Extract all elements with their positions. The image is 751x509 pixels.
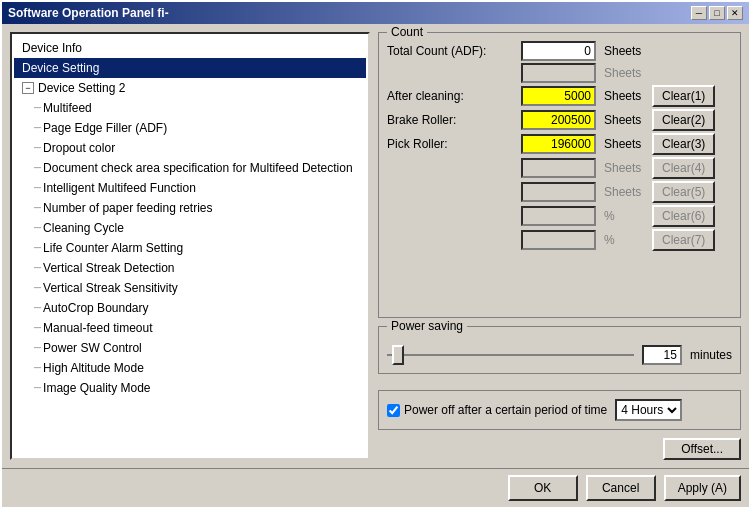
tree-item-document-check[interactable]: ─ Document check area specification for …	[14, 158, 366, 178]
tree-item-label-image-quality: Image Quality Mode	[43, 379, 150, 397]
tree-item-paper-feeding[interactable]: ─ Number of paper feeding retries	[14, 198, 366, 218]
power-off-checkbox[interactable]	[387, 404, 400, 417]
tree-dash: ─	[34, 159, 41, 177]
tree-item-power-sw[interactable]: ─ Power SW Control	[14, 338, 366, 358]
content-area: Device InfoDevice Setting−Device Setting…	[2, 24, 749, 468]
offset-row: Offset...	[378, 438, 741, 460]
count-input-row6	[521, 158, 596, 178]
count-row-row6: SheetsClear(4)	[387, 157, 732, 179]
count-input-row8	[521, 206, 596, 226]
title-bar-text: Software Operation Panel fi-	[8, 6, 169, 20]
clear-btn-pick-roller[interactable]: Clear(3)	[652, 133, 715, 155]
offset-button[interactable]: Offset...	[663, 438, 741, 460]
count-group: Count Total Count (ADF):SheetsSheetsAfte…	[378, 32, 741, 318]
hours-select[interactable]: 1 Hours2 Hours4 Hours8 Hours	[615, 399, 682, 421]
tree-item-device-setting-2[interactable]: −Device Setting 2	[14, 78, 366, 98]
main-window: Software Operation Panel fi- ─ □ ✕ Devic…	[0, 0, 751, 509]
tree-dash: ─	[34, 119, 41, 137]
count-input-brake-roller[interactable]	[521, 110, 596, 130]
tree-item-manual-feed[interactable]: ─ Manual-feed timeout	[14, 318, 366, 338]
tree-dash: ─	[34, 339, 41, 357]
minutes-input[interactable]	[642, 345, 682, 365]
power-saving-legend: Power saving	[387, 319, 467, 333]
tree-item-label-life-counter: Life Counter Alarm Setting	[43, 239, 183, 257]
tree-dash: ─	[34, 359, 41, 377]
count-label-brake-roller: Brake Roller:	[387, 113, 517, 127]
tree-item-label-paper-feeding: Number of paper feeding retries	[43, 199, 212, 217]
count-row-row9: %Clear(7)	[387, 229, 732, 251]
tree-panel: Device InfoDevice Setting−Device Setting…	[10, 32, 370, 460]
tree-dash: ─	[34, 239, 41, 257]
count-label-pick-roller: Pick Roller:	[387, 137, 517, 151]
tree-dash: ─	[34, 179, 41, 197]
tree-item-vertical-streak-detection[interactable]: ─ Vertical Streak Detection	[14, 258, 366, 278]
apply-button[interactable]: Apply (A)	[664, 475, 741, 501]
ok-button[interactable]: OK	[508, 475, 578, 501]
tree-item-label-device-info: Device Info	[22, 39, 82, 57]
cancel-button[interactable]: Cancel	[586, 475, 656, 501]
power-off-label: Power off after a certain period of time	[404, 403, 607, 417]
count-input-row9	[521, 230, 596, 250]
clear-btn-after-cleaning[interactable]: Clear(1)	[652, 85, 715, 107]
tree-item-intelligent-multifeed[interactable]: ─ Intelligent Multifeed Function	[14, 178, 366, 198]
tree-item-label-device-setting-2: Device Setting 2	[38, 79, 125, 97]
minimize-button[interactable]: ─	[691, 6, 707, 20]
count-unit-row8: %	[600, 209, 648, 223]
tree-item-label-vertical-streak-sensitivity: Vertical Streak Sensitivity	[43, 279, 178, 297]
slider-row: minutes	[387, 345, 732, 365]
tree-item-label-manual-feed: Manual-feed timeout	[43, 319, 152, 337]
power-off-checkbox-label[interactable]: Power off after a certain period of time	[387, 403, 607, 417]
count-input-after-cleaning[interactable]	[521, 86, 596, 106]
tree-item-label-vertical-streak-detection: Vertical Streak Detection	[43, 259, 174, 277]
count-row-after-cleaning: After cleaning:SheetsClear(1)	[387, 85, 732, 107]
tree-item-cleaning-cycle[interactable]: ─ Cleaning Cycle	[14, 218, 366, 238]
maximize-button[interactable]: □	[709, 6, 725, 20]
clear-btn-row6: Clear(4)	[652, 157, 715, 179]
tree-item-image-quality[interactable]: ─ Image Quality Mode	[14, 378, 366, 398]
tree-item-vertical-streak-sensitivity[interactable]: ─ Vertical Streak Sensitivity	[14, 278, 366, 298]
tree-item-label-document-check: Document check area specification for Mu…	[43, 159, 353, 177]
window-title: Software Operation Panel fi-	[8, 6, 169, 20]
count-label-after-cleaning: After cleaning:	[387, 89, 517, 103]
count-legend: Count	[387, 25, 427, 39]
title-bar-controls: ─ □ ✕	[691, 6, 743, 20]
minutes-label: minutes	[690, 348, 732, 362]
count-row-row2: Sheets	[387, 63, 732, 83]
clear-btn-brake-roller[interactable]: Clear(2)	[652, 109, 715, 131]
count-input-total-count[interactable]	[521, 41, 596, 61]
slider-line	[387, 354, 634, 356]
tree-item-dropout-color[interactable]: ─ Dropout color	[14, 138, 366, 158]
power-saving-group: Power saving minutes	[378, 326, 741, 374]
count-input-pick-roller[interactable]	[521, 134, 596, 154]
slider-thumb[interactable]	[392, 345, 404, 365]
count-row-brake-roller: Brake Roller:SheetsClear(2)	[387, 109, 732, 131]
expand-icon-device-setting-2[interactable]: −	[22, 82, 34, 94]
tree-dash: ─	[34, 319, 41, 337]
close-button[interactable]: ✕	[727, 6, 743, 20]
tree-item-label-device-setting: Device Setting	[22, 59, 99, 77]
count-unit-brake-roller: Sheets	[600, 113, 648, 127]
tree-item-label-high-altitude: High Altitude Mode	[43, 359, 144, 377]
tree-item-device-info[interactable]: Device Info	[14, 38, 366, 58]
tree-item-high-altitude[interactable]: ─ High Altitude Mode	[14, 358, 366, 378]
tree-item-life-counter[interactable]: ─ Life Counter Alarm Setting	[14, 238, 366, 258]
tree-dash: ─	[34, 199, 41, 217]
tree-item-device-setting[interactable]: Device Setting	[14, 58, 366, 78]
tree-item-label-intelligent-multifeed: Intelligent Multifeed Function	[43, 179, 196, 197]
tree-dash: ─	[34, 139, 41, 157]
clear-btn-row9: Clear(7)	[652, 229, 715, 251]
count-label-total-count: Total Count (ADF):	[387, 44, 517, 58]
tree-dash: ─	[34, 379, 41, 397]
count-unit-total-count: Sheets	[600, 44, 648, 58]
tree-item-label-dropout-color: Dropout color	[43, 139, 115, 157]
power-slider-track[interactable]	[387, 347, 634, 363]
tree-item-page-edge-filler[interactable]: ─ Page Edge Filler (ADF)	[14, 118, 366, 138]
count-row-pick-roller: Pick Roller:SheetsClear(3)	[387, 133, 732, 155]
tree-item-multifeed[interactable]: ─ Multifeed	[14, 98, 366, 118]
count-input-row7	[521, 182, 596, 202]
tree-item-autocrop[interactable]: ─ AutoCrop Boundary	[14, 298, 366, 318]
tree-item-label-autocrop: AutoCrop Boundary	[43, 299, 148, 317]
tree-dash: ─	[34, 279, 41, 297]
power-off-row: Power off after a certain period of time…	[378, 390, 741, 430]
right-panel: Count Total Count (ADF):SheetsSheetsAfte…	[378, 32, 741, 460]
